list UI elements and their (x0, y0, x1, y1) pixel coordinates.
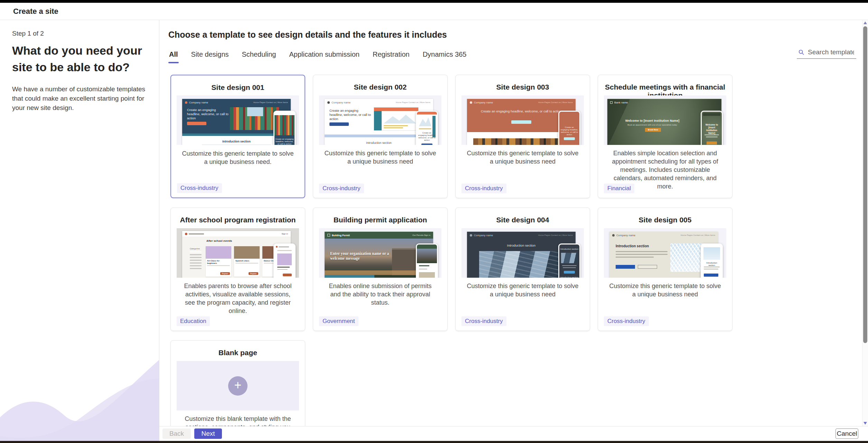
tab-site-designs[interactable]: Site designs (190, 48, 230, 63)
mock-page-title: After school events (206, 239, 232, 242)
create-a-site-wizard: Create a site Step 1 of 2 What do you ne… (0, 0, 868, 443)
scrollbar-thumb[interactable] (863, 26, 867, 343)
template-card-schedule-meetings-financial[interactable]: Schedule meetings with a financial insti… (598, 75, 732, 198)
template-name: Site design 004 (456, 216, 590, 224)
wizard-description: We have a number of customizable templat… (12, 84, 157, 112)
plus-icon: + (228, 376, 248, 396)
template-card-site-design-004[interactable]: Site design 004 Company name Home Pages … (455, 207, 590, 331)
template-description: Enables online submission of permits and… (313, 282, 447, 307)
template-thumbnail: Company name Home Pages Contact us | Mor… (461, 228, 584, 278)
template-thumbnail: Company name Home Pages Contact us | Mor… (604, 228, 726, 278)
search-icon (798, 49, 804, 55)
mock-subtext: Book an appointment with one of our spec… (607, 124, 697, 126)
template-card-building-permit[interactable]: Building permit application Building Per… (313, 207, 448, 331)
mock-cta-button (329, 122, 349, 126)
industry-tag: Cross-industry (319, 184, 364, 193)
tab-scheduling[interactable]: Scheduling (241, 48, 277, 63)
mock-cta-button (616, 265, 635, 269)
mock-headline: Enter your organization name or a welcom… (330, 251, 392, 261)
template-thumbnail: Company name Home Pages Contact us | Mor… (177, 95, 299, 145)
template-thumbnail: Company name Home Pages Contact us | Mor… (461, 95, 584, 145)
mock-nav: Home Pages Contact us | More Items (396, 101, 430, 103)
cancel-button[interactable]: Cancel (836, 428, 858, 439)
template-name: After school program registration (171, 216, 305, 224)
next-button[interactable]: Next (194, 428, 222, 439)
phone-mockup: Create an engaging headline, welcome, or… (416, 111, 438, 145)
mock-categories: Categories (190, 248, 202, 269)
scroll-up-arrow-icon[interactable] (864, 21, 867, 24)
mock-brand: Company name (616, 234, 635, 237)
mock-nav: Our Permits Sign in (412, 234, 430, 236)
industry-tag: Cross-industry (604, 316, 649, 326)
mock-secondary-button (638, 265, 657, 269)
template-card-site-design-003[interactable]: Site design 003 Company name Home Pages … (455, 75, 590, 198)
template-description: Customize this generic template to solve… (456, 149, 590, 166)
template-name: Site design 002 (313, 83, 447, 91)
template-description: Customize this generic template to solve… (456, 282, 590, 298)
step-indicator: Step 1 of 2 (12, 30, 149, 37)
search-input[interactable] (807, 48, 855, 56)
mock-headline: Create an engaging headline, welcome, or… (329, 109, 371, 121)
search-templates-field[interactable] (797, 47, 856, 59)
mock-nav: Home Pages Contact us | More Items (538, 234, 573, 236)
template-thumbnail: Sign in After school events Categories (177, 228, 299, 278)
phone-mockup (273, 243, 296, 278)
tab-all[interactable]: All (168, 48, 179, 63)
mock-nav: Home Pages Contact us | More Items (253, 101, 288, 103)
mock-section-title: Introduction section (616, 244, 649, 248)
template-name: Site design 001 (171, 83, 305, 92)
industry-tag: Cross-industry (461, 316, 506, 326)
template-name: Blank page (171, 349, 305, 357)
template-card-after-school-registration[interactable]: After school program registration Sign i… (170, 207, 305, 331)
window-bottom-edge (0, 441, 868, 443)
phone-mockup: Introduction section Introduction sectio… (558, 243, 580, 278)
mock-cta-button: Book Now (645, 128, 661, 132)
mock-brand: Company name (474, 101, 493, 104)
tab-dynamics-365[interactable]: Dynamics 365 (422, 48, 467, 63)
template-description: Enables parents to browse after school a… (171, 282, 305, 315)
template-card-site-design-001[interactable]: Site design 001 Company name Home Pages … (170, 75, 305, 198)
wizard-header: Create a site (0, 3, 868, 20)
mock-hero-image (479, 251, 564, 278)
industry-tag: Cross-industry (177, 183, 222, 193)
industry-tag: Cross-industry (461, 184, 506, 193)
template-card-site-design-002[interactable]: Site design 002 Company name Home Pages … (313, 75, 448, 198)
template-filter-tabs: All Site designs Scheduling Application … (168, 48, 467, 63)
mock-image-placeholder (374, 107, 419, 131)
page-title: Create a site (13, 7, 58, 16)
mock-nav: Home Pages Contact us | More Items (538, 101, 573, 103)
wizard-sidebar: Step 1 of 2 What do you need your site t… (0, 20, 159, 441)
template-thumbnail: Building Permit Our Permits Sign in Ente… (319, 228, 441, 278)
industry-tag: Government (319, 316, 358, 326)
back-button[interactable]: Back (162, 428, 191, 439)
template-thumbnail: + (177, 361, 299, 410)
window-top-edge (0, 0, 868, 3)
mock-headline: Welcome to [Insert Institution Name] (607, 119, 697, 122)
phone-mockup (416, 243, 438, 278)
template-grid: Site design 001 Company name Home Pages … (170, 75, 734, 441)
gallery-heading: Choose a template to see design details … (168, 30, 447, 40)
template-thumbnail: Company name Home Pages Contact us | Mor… (319, 95, 441, 145)
mock-cta-button (511, 120, 531, 124)
mock-cta-button (187, 122, 206, 125)
mock-brand: Bank name (614, 101, 628, 104)
mock-brand: Company name (332, 101, 351, 104)
mock-activity-card: Art Class for beginners Register (206, 246, 231, 277)
mock-nav: Home Pages Contact us | More Items (681, 234, 715, 236)
mock-activity-card: Spanish class Register (234, 246, 260, 277)
vertical-scrollbar[interactable] (862, 20, 868, 426)
phone-mockup: Welcome to [Insert Institution Name] (701, 111, 723, 145)
scroll-down-arrow-icon[interactable] (864, 422, 867, 425)
template-card-site-design-005[interactable]: Site design 005 Company name Home Pages … (598, 207, 732, 331)
template-name: Site design 005 (598, 216, 732, 224)
template-description: Customize this generic template to solve… (171, 149, 305, 166)
template-thumbnail: Bank name Welcome to [Insert Institution… (604, 95, 726, 145)
tab-application-submission[interactable]: Application submission (289, 48, 360, 63)
mock-brand: Building Permit (332, 234, 350, 237)
phone-mockup: Introduction section (701, 243, 723, 278)
template-description: Customize this generic template to solve… (598, 282, 732, 298)
tab-registration[interactable]: Registration (372, 48, 410, 63)
template-name: Site design 003 (456, 83, 590, 91)
mock-headline: Create an engaging headline, welcome, or… (187, 108, 228, 120)
template-gallery: Choose a template to see design details … (159, 20, 868, 441)
